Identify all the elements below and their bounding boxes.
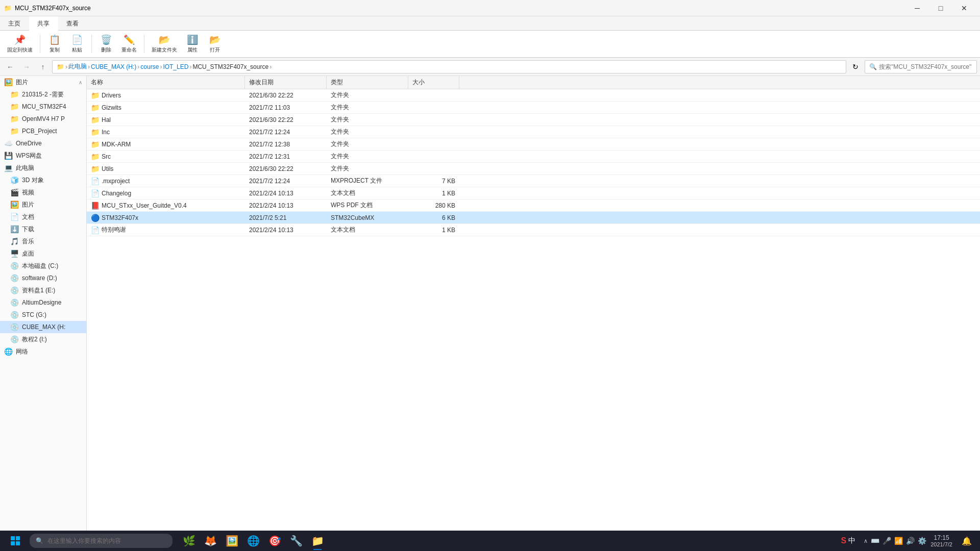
minimize-button[interactable]: ─ (905, 0, 929, 16)
table-row[interactable]: 📁Gizwits2021/7/2 11:03文件夹 (87, 102, 980, 114)
sidebar-item-video[interactable]: 🎬 视频 (0, 186, 86, 198)
taskbar-search[interactable]: 🔍 (30, 534, 173, 548)
sidebar-item-3d[interactable]: 🧊 3D 对象 (0, 174, 86, 186)
sidebar-item-cdrive[interactable]: 💿 本地磁盘 (C:) (0, 260, 86, 272)
sidebar-item-edrive[interactable]: 💿 资料盘1 (E:) (0, 284, 86, 296)
breadcrumb[interactable]: 📁 › 此电脑 › CUBE_MAX (H:) › course › IOT_L… (52, 60, 846, 73)
breadcrumb-icon: 📁 (57, 63, 64, 70)
table-row[interactable]: 📁Src2021/7/2 12:31文件夹 (87, 151, 980, 163)
sidebar-item-music[interactable]: 🎵 音乐 (0, 235, 86, 247)
col-header-size[interactable]: 大小 (408, 76, 459, 89)
sidebar-folder4-label: PCB_Project (22, 128, 57, 135)
table-row[interactable]: 🔵STM32F407x2021/7/2 5:21STM32CubeMX6 KB (87, 212, 980, 224)
sidebar-item-thispc[interactable]: 💻 此电脑 (0, 162, 86, 174)
up-button[interactable]: ↑ (36, 60, 50, 74)
sidebar-item-wps[interactable]: 💾 WPS网盘 (0, 149, 86, 162)
taskbar-app-photos[interactable]: 🖼️ (222, 531, 242, 551)
file-name-label: 特别鸣谢 (102, 226, 126, 234)
search-input[interactable] (879, 63, 972, 70)
taskbar-app-explorer[interactable]: 📁 (307, 531, 328, 551)
start-button[interactable] (3, 531, 28, 551)
properties-button[interactable]: ℹ️ 属性 (182, 33, 203, 55)
forward-button[interactable]: → (19, 60, 34, 74)
sidebar-item-ddrive[interactable]: 💿 software (D:) (0, 272, 86, 284)
ime-settings-icon[interactable]: ⚙️ (918, 537, 926, 545)
refresh-button[interactable]: ↻ (848, 60, 863, 74)
pin-to-quickaccess-button[interactable]: 📌 固定到快速 (4, 33, 36, 55)
taskbar-app-wechat[interactable]: 🌿 (179, 531, 199, 551)
paste-button[interactable]: 📄 粘贴 (67, 33, 87, 55)
table-row[interactable]: 📄Changelog2021/2/24 10:13文本文档1 KB (87, 187, 980, 199)
sidebar-item-idrive[interactable]: 💿 教程2 (I:) (0, 333, 86, 345)
sidebar-item-folder-2[interactable]: 📁 MCU_STM32F4 (0, 101, 86, 113)
table-row[interactable]: 📄.mxproject2021/7/2 12:24MXPROJECT 文件7 K… (87, 175, 980, 187)
rename-button[interactable]: ✏️ 重命名 (118, 33, 140, 55)
delete-button[interactable]: 🗑️ 删除 (96, 33, 116, 55)
table-row[interactable]: 📁Drivers2021/6/30 22:22文件夹 (87, 89, 980, 102)
collapse-icon[interactable]: ∧ (79, 80, 82, 85)
table-row[interactable]: 📄特别鸣谢2021/2/24 10:13文本文档1 KB (87, 224, 980, 236)
sidebar-item-onedrive[interactable]: ☁️ OneDrive (0, 137, 86, 149)
title-bar-left: 📁 MCU_STM32F407x_source (4, 5, 91, 12)
table-row[interactable]: 📕MCU_STxx_User_Guitde_V0.42021/2/24 10:1… (87, 199, 980, 212)
pictures-nav-icon: 🖼️ (4, 78, 13, 86)
new-folder-button[interactable]: 📂 新建文件夹 (149, 33, 180, 55)
taskbar-clock[interactable]: 17:15 2021/7/2 (930, 534, 952, 547)
maximize-button[interactable]: □ (929, 0, 952, 16)
sidebar-item-pictures-nav[interactable]: 🖼️ 图片 ∧ (0, 76, 86, 88)
sidebar-item-folder-1[interactable]: 📁 210315-2 -需要 (0, 88, 86, 101)
notification-button[interactable]: 🔔 (957, 531, 977, 551)
ime-s-icon: S (841, 536, 847, 545)
mic-icon[interactable]: 🎤 (883, 537, 891, 545)
table-row[interactable]: 📁Inc2021/7/2 12:24文件夹 (87, 126, 980, 138)
windows-logo-icon (10, 536, 20, 546)
sidebar-item-downloads[interactable]: ⬇️ 下载 (0, 223, 86, 235)
taskbar-app-2[interactable]: 🦊 (200, 531, 220, 551)
breadcrumb-computer[interactable]: 此电脑 (68, 62, 87, 71)
video-label: 视频 (22, 188, 34, 197)
tab-view[interactable]: 查看 (58, 16, 87, 30)
sidebar-item-docs[interactable]: 📄 文档 (0, 211, 86, 223)
open-button[interactable]: 📂 打开 (205, 33, 225, 55)
clock-date: 2021/7/2 (930, 541, 952, 547)
file-type-cell: 文本文档 (327, 226, 408, 234)
col-header-date[interactable]: 修改日期 (245, 76, 327, 89)
delete-icon: 🗑️ (101, 34, 112, 45)
sidebar-item-folder-4[interactable]: 📁 PCB_Project (0, 125, 86, 137)
table-row[interactable]: 📁Utils2021/6/30 22:22文件夹 (87, 163, 980, 175)
close-button[interactable]: ✕ (952, 0, 976, 16)
tab-share[interactable]: 共享 (29, 16, 58, 31)
ime-area[interactable]: S 中 (837, 536, 860, 545)
file-type-cell: 文件夹 (327, 164, 408, 173)
taskbar-app-6[interactable]: 🔧 (286, 531, 306, 551)
search-box[interactable]: 🔍 (865, 60, 977, 73)
sidebar-item-folder-3[interactable]: 📁 OpenMV4 H7 P (0, 113, 86, 125)
taskbar-right: S 中 ∧ ⌨️ 🎤 📶 🔊 ⚙️ 17:15 2021/7/2 🔔 (837, 531, 977, 551)
taskbar-app-5[interactable]: 🎯 (264, 531, 285, 551)
copy-button[interactable]: 📋 复制 (44, 33, 65, 55)
back-button[interactable]: ← (3, 60, 17, 74)
idrive-label: 教程2 (I:) (22, 335, 47, 344)
file-name-label: Changelog (102, 190, 131, 197)
keyboard-icon[interactable]: ⌨️ (871, 537, 879, 545)
taskbar-app-edge[interactable]: 🌐 (243, 531, 263, 551)
sidebar-item-desktop[interactable]: 🖥️ 桌面 (0, 247, 86, 260)
taskbar-search-input[interactable] (47, 537, 166, 544)
col-header-type[interactable]: 类型 (327, 76, 408, 89)
altium-icon: 💿 (10, 298, 19, 307)
volume-icon[interactable]: 🔊 (906, 537, 915, 545)
sidebar-item-gdrive[interactable]: 💿 STC (G:) (0, 309, 86, 321)
sidebar-item-hdrive[interactable]: 💿 CUBE_MAX (H: (0, 321, 86, 333)
breadcrumb-course[interactable]: course (140, 63, 159, 70)
sidebar-item-altium[interactable]: 💿 AltiumDesigne (0, 296, 86, 309)
table-row[interactable]: 📁MDK-ARM2021/7/2 12:38文件夹 (87, 138, 980, 151)
network-sys-icon[interactable]: 📶 (894, 537, 903, 545)
col-header-name[interactable]: 名称 (87, 76, 245, 89)
tab-home[interactable]: 主页 (0, 16, 29, 30)
breadcrumb-drive[interactable]: CUBE_MAX (H:) (91, 63, 136, 70)
sidebar-item-pictures[interactable]: 🖼️ 图片 (0, 198, 86, 211)
table-row[interactable]: 📁Hal2021/6/30 22:22文件夹 (87, 114, 980, 126)
breadcrumb-iot[interactable]: IOT_LED (163, 63, 188, 70)
sidebar-item-network[interactable]: 🌐 网络 (0, 345, 86, 358)
expand-systray-icon[interactable]: ∧ (864, 538, 868, 544)
